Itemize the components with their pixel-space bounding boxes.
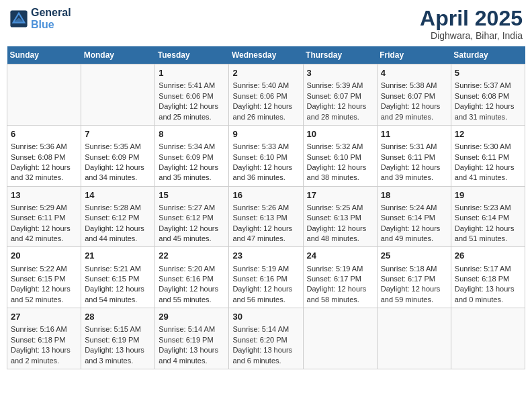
logo-text: General Blue: [31, 7, 71, 31]
sunrise-text: Sunrise: 5:17 AM: [455, 264, 521, 274]
daylight-text: Daylight: 12 hours and 36 minutes.: [232, 163, 299, 183]
daylight-text: Daylight: 12 hours and 28 minutes.: [307, 101, 373, 122]
day-number: 7: [85, 128, 151, 140]
calendar-cell: [81, 64, 155, 126]
calendar-cell: 19Sunrise: 5:23 AMSunset: 6:14 PMDayligh…: [451, 186, 525, 247]
day-number: 2: [232, 67, 299, 79]
day-number: 24: [307, 250, 373, 262]
sunrise-text: Sunrise: 5:39 AM: [307, 81, 373, 91]
daylight-text: Daylight: 12 hours and 34 minutes.: [85, 163, 151, 183]
calendar-cell: 4Sunrise: 5:38 AMSunset: 6:07 PMDaylight…: [377, 64, 451, 126]
calendar-cell: 22Sunrise: 5:20 AMSunset: 6:16 PMDayligh…: [155, 247, 229, 308]
calendar-cell: [451, 308, 525, 369]
daylight-text: Daylight: 12 hours and 48 minutes.: [307, 224, 373, 244]
day-number: 16: [232, 189, 299, 201]
day-number: 10: [307, 128, 373, 140]
day-number: 15: [159, 189, 225, 201]
sunrise-text: Sunrise: 5:21 AM: [85, 264, 151, 274]
sunset-text: Sunset: 6:17 PM: [307, 274, 373, 284]
calendar-cell: 29Sunrise: 5:14 AMSunset: 6:19 PMDayligh…: [155, 308, 229, 369]
daylight-text: Daylight: 12 hours and 49 minutes.: [381, 224, 447, 244]
day-number: 14: [85, 189, 151, 201]
sunset-text: Sunset: 6:06 PM: [232, 91, 299, 101]
day-number: 9: [232, 128, 299, 140]
sunrise-text: Sunrise: 5:36 AM: [11, 142, 77, 152]
sunset-text: Sunset: 6:08 PM: [455, 91, 521, 101]
sunset-text: Sunset: 6:07 PM: [381, 91, 447, 101]
sunset-text: Sunset: 6:18 PM: [11, 335, 77, 345]
daylight-text: Daylight: 13 hours and 4 minutes.: [159, 345, 225, 366]
sunrise-text: Sunrise: 5:28 AM: [85, 203, 151, 213]
location: Dighwara, Bihar, India: [420, 30, 523, 41]
day-number: 20: [11, 250, 77, 262]
day-number: 30: [232, 311, 299, 323]
sunset-text: Sunset: 6:15 PM: [11, 274, 77, 284]
day-number: 5: [455, 67, 521, 79]
day-number: 27: [11, 311, 77, 323]
week-row-3: 13Sunrise: 5:29 AMSunset: 6:11 PMDayligh…: [7, 186, 525, 247]
sunset-text: Sunset: 6:10 PM: [232, 152, 299, 163]
daylight-text: Daylight: 12 hours and 32 minutes.: [11, 163, 77, 183]
sunrise-text: Sunrise: 5:16 AM: [11, 324, 77, 334]
sunrise-text: Sunrise: 5:41 AM: [159, 81, 225, 91]
daylight-text: Daylight: 12 hours and 56 minutes.: [232, 284, 299, 305]
calendar-cell: 8Sunrise: 5:34 AMSunset: 6:09 PMDaylight…: [155, 125, 229, 186]
day-number: 1: [159, 67, 225, 79]
calendar-cell: 20Sunrise: 5:22 AMSunset: 6:15 PMDayligh…: [7, 247, 81, 308]
col-header-monday: Monday: [81, 46, 155, 64]
calendar-cell: 5Sunrise: 5:37 AMSunset: 6:08 PMDaylight…: [451, 64, 525, 126]
daylight-text: Daylight: 12 hours and 52 minutes.: [11, 284, 77, 305]
calendar-cell: 26Sunrise: 5:17 AMSunset: 6:18 PMDayligh…: [451, 247, 525, 308]
calendar-cell: 25Sunrise: 5:18 AMSunset: 6:17 PMDayligh…: [377, 247, 451, 308]
day-number: 12: [455, 128, 521, 140]
calendar-cell: 23Sunrise: 5:19 AMSunset: 6:16 PMDayligh…: [229, 247, 303, 308]
sunrise-text: Sunrise: 5:20 AM: [159, 264, 225, 274]
page-header: General Blue April 2025 Dighwara, Bihar,…: [7, 7, 525, 41]
sunrise-text: Sunrise: 5:35 AM: [85, 142, 151, 152]
sunrise-text: Sunrise: 5:32 AM: [307, 142, 373, 152]
sunrise-text: Sunrise: 5:27 AM: [159, 203, 225, 213]
day-number: 13: [11, 189, 77, 201]
day-number: 26: [455, 250, 521, 262]
sunrise-text: Sunrise: 5:38 AM: [381, 81, 447, 91]
sunset-text: Sunset: 6:15 PM: [85, 274, 151, 284]
calendar-cell: [7, 64, 81, 126]
day-number: 8: [159, 128, 225, 140]
col-header-friday: Friday: [377, 46, 451, 64]
day-number: 21: [85, 250, 151, 262]
sunrise-text: Sunrise: 5:15 AM: [85, 324, 151, 334]
calendar-cell: 6Sunrise: 5:36 AMSunset: 6:08 PMDaylight…: [7, 125, 81, 186]
daylight-text: Daylight: 12 hours and 45 minutes.: [159, 224, 225, 244]
sunset-text: Sunset: 6:14 PM: [455, 213, 521, 223]
sunrise-text: Sunrise: 5:19 AM: [232, 264, 299, 274]
sunset-text: Sunset: 6:07 PM: [307, 91, 373, 101]
day-number: 4: [381, 67, 447, 79]
day-number: 18: [381, 189, 447, 201]
calendar-cell: 11Sunrise: 5:31 AMSunset: 6:11 PMDayligh…: [377, 125, 451, 186]
sunset-text: Sunset: 6:17 PM: [381, 274, 447, 284]
sunrise-text: Sunrise: 5:40 AM: [232, 81, 299, 91]
sunrise-text: Sunrise: 5:29 AM: [11, 203, 77, 213]
day-number: 19: [455, 189, 521, 201]
col-header-sunday: Sunday: [7, 46, 81, 64]
day-number: 22: [159, 250, 225, 262]
calendar-cell: 2Sunrise: 5:40 AMSunset: 6:06 PMDaylight…: [229, 64, 303, 126]
sunset-text: Sunset: 6:09 PM: [85, 152, 151, 163]
week-row-4: 20Sunrise: 5:22 AMSunset: 6:15 PMDayligh…: [7, 247, 525, 308]
sunset-text: Sunset: 6:19 PM: [159, 335, 225, 345]
week-row-2: 6Sunrise: 5:36 AMSunset: 6:08 PMDaylight…: [7, 125, 525, 186]
calendar-cell: 1Sunrise: 5:41 AMSunset: 6:06 PMDaylight…: [155, 64, 229, 126]
daylight-text: Daylight: 12 hours and 51 minutes.: [455, 224, 521, 244]
sunrise-text: Sunrise: 5:26 AM: [232, 203, 299, 213]
logo: General Blue: [9, 7, 71, 31]
sunset-text: Sunset: 6:14 PM: [381, 213, 447, 223]
daylight-text: Daylight: 12 hours and 39 minutes.: [381, 163, 447, 183]
daylight-text: Daylight: 12 hours and 38 minutes.: [307, 163, 373, 183]
sunset-text: Sunset: 6:10 PM: [307, 152, 373, 163]
sunset-text: Sunset: 6:12 PM: [85, 213, 151, 223]
sunset-text: Sunset: 6:06 PM: [159, 91, 225, 101]
calendar-cell: 10Sunrise: 5:32 AMSunset: 6:10 PMDayligh…: [303, 125, 377, 186]
daylight-text: Daylight: 13 hours and 0 minutes.: [455, 284, 521, 305]
sunset-text: Sunset: 6:09 PM: [159, 152, 225, 163]
day-number: 17: [307, 189, 373, 201]
